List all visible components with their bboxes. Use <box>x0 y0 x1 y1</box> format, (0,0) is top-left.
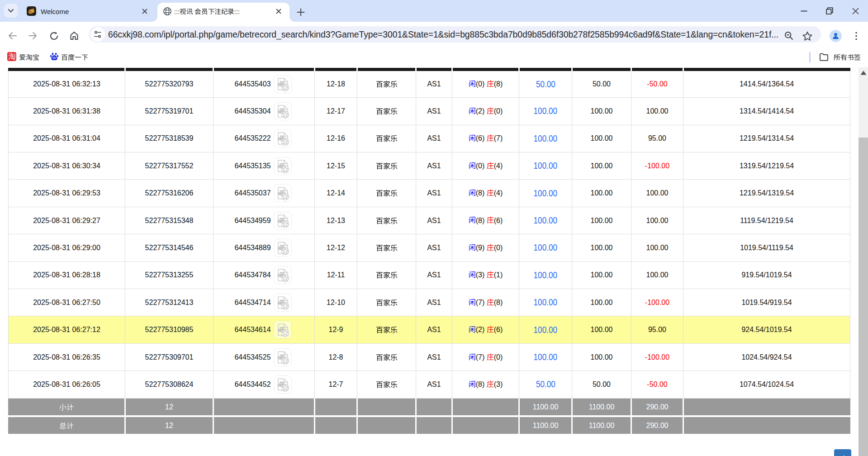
svg-text:du: du <box>52 56 56 59</box>
